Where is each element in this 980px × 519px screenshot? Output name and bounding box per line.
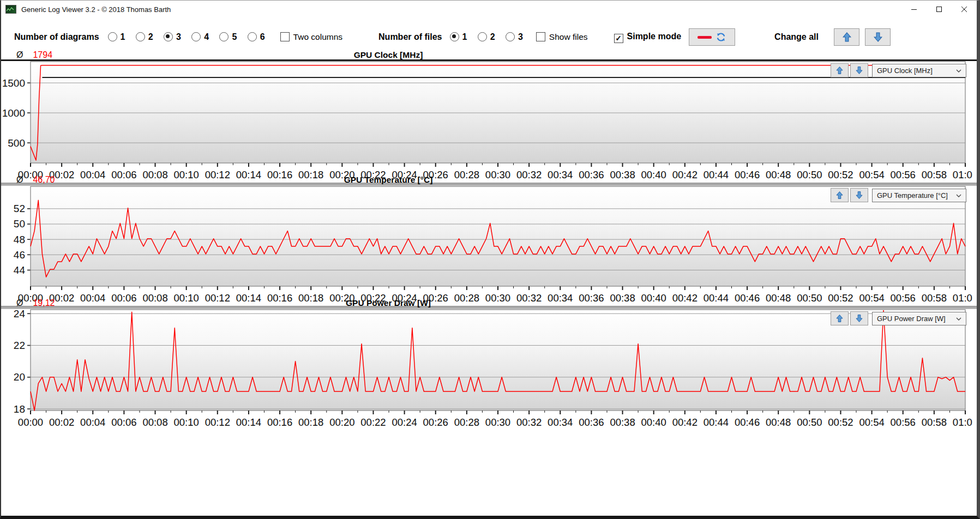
svg-text:00:42: 00:42 bbox=[672, 417, 698, 428]
svg-text:00:36: 00:36 bbox=[579, 169, 604, 180]
refresh-icon bbox=[716, 32, 726, 43]
svg-text:00:02: 00:02 bbox=[49, 417, 74, 428]
app-icon bbox=[5, 5, 16, 14]
checkbox-box[interactable] bbox=[536, 32, 545, 41]
line-style-refresh-button[interactable] bbox=[689, 28, 735, 46]
average-symbol: Ø bbox=[16, 298, 23, 307]
svg-text:52: 52 bbox=[14, 203, 25, 214]
svg-text:00:50: 00:50 bbox=[797, 417, 822, 428]
radio-label: 2 bbox=[490, 32, 495, 41]
radio-circle[interactable] bbox=[191, 32, 201, 41]
arrow-down-icon bbox=[856, 66, 863, 75]
average-value: 46,70 bbox=[33, 175, 55, 184]
move-down-button[interactable] bbox=[850, 311, 868, 325]
svg-text:00:10: 00:10 bbox=[174, 169, 199, 180]
svg-text:00:52: 00:52 bbox=[828, 169, 853, 180]
arrow-down-icon bbox=[856, 314, 863, 323]
svg-text:00:46: 00:46 bbox=[735, 417, 760, 428]
svg-text:00:44: 00:44 bbox=[704, 169, 729, 180]
radio-diagrams-4[interactable]: 4 bbox=[191, 32, 209, 41]
svg-text:00:28: 00:28 bbox=[454, 169, 479, 180]
radio-circle[interactable] bbox=[478, 32, 487, 41]
svg-text:00:50: 00:50 bbox=[797, 292, 822, 304]
svg-text:00:36: 00:36 bbox=[579, 292, 604, 304]
metric-selector[interactable]: GPU Clock [MHz] bbox=[872, 64, 966, 77]
checkbox-box[interactable] bbox=[280, 32, 290, 41]
change-all-down-button[interactable] bbox=[865, 28, 891, 46]
metric-selector-value: GPU Power Draw [W] bbox=[877, 315, 946, 323]
radio-label: 4 bbox=[204, 32, 209, 41]
radio-circle[interactable] bbox=[108, 32, 117, 41]
radio-diagrams-6[interactable]: 6 bbox=[248, 32, 265, 41]
metric-selector[interactable]: GPU Temperature [°C] bbox=[872, 189, 966, 202]
move-down-button[interactable] bbox=[850, 188, 868, 202]
simple-mode-checkbox[interactable]: ✓Simple mode bbox=[614, 32, 682, 43]
checkbox-box[interactable]: ✓ bbox=[614, 34, 623, 43]
svg-text:00:44: 00:44 bbox=[704, 292, 729, 304]
window-title: Generic Log Viewer 3.2 - © 2018 Thomas B… bbox=[21, 5, 171, 14]
svg-text:20: 20 bbox=[14, 371, 25, 383]
radio-diagrams-3[interactable]: 3 bbox=[164, 32, 181, 41]
svg-text:44: 44 bbox=[14, 264, 26, 276]
svg-text:00:04: 00:04 bbox=[80, 417, 105, 428]
radio-circle[interactable] bbox=[450, 32, 459, 41]
average-value: 1794 bbox=[33, 50, 52, 59]
radio-label: 3 bbox=[176, 32, 181, 41]
average-value: 19,12 bbox=[33, 298, 55, 307]
svg-text:00:14: 00:14 bbox=[236, 169, 261, 180]
svg-text:00:12: 00:12 bbox=[205, 292, 230, 304]
radio-circle[interactable] bbox=[248, 32, 257, 41]
maximize-button[interactable] bbox=[927, 1, 952, 18]
svg-text:00:06: 00:06 bbox=[111, 292, 136, 304]
svg-text:00:16: 00:16 bbox=[267, 292, 292, 304]
radio-diagrams-2[interactable]: 2 bbox=[136, 32, 153, 41]
svg-text:00:58: 00:58 bbox=[922, 292, 947, 304]
move-up-button[interactable] bbox=[831, 188, 849, 202]
chart-title: GPU Temperature [°C] bbox=[344, 175, 433, 185]
red-line-sample-icon bbox=[698, 36, 712, 39]
svg-text:00:18: 00:18 bbox=[298, 417, 323, 428]
show-files-label: Show files bbox=[549, 32, 588, 41]
svg-text:00:16: 00:16 bbox=[267, 169, 292, 180]
radio-files-3[interactable]: 3 bbox=[506, 32, 523, 41]
svg-text:00:52: 00:52 bbox=[828, 417, 853, 428]
metric-selector[interactable]: GPU Power Draw [W] bbox=[872, 312, 966, 325]
minimize-button[interactable] bbox=[901, 1, 927, 18]
svg-text:00:24: 00:24 bbox=[392, 417, 417, 428]
panel-gpu-clock: Ø1794 GPU Clock [MHz] GPU Clock [MHz] 50… bbox=[1, 61, 977, 183]
svg-text:00:04: 00:04 bbox=[80, 169, 105, 180]
svg-text:00:48: 00:48 bbox=[766, 417, 791, 428]
radio-circle[interactable] bbox=[219, 32, 229, 41]
average-readout: Ø19,12 bbox=[16, 298, 55, 308]
svg-text:00:28: 00:28 bbox=[454, 417, 479, 428]
svg-text:00:14: 00:14 bbox=[236, 417, 261, 428]
svg-text:00:42: 00:42 bbox=[672, 292, 698, 304]
svg-text:01:00: 01:00 bbox=[953, 169, 972, 180]
change-all-up-button[interactable] bbox=[834, 28, 859, 46]
move-up-button[interactable] bbox=[831, 311, 849, 325]
radio-files-2[interactable]: 2 bbox=[478, 32, 495, 41]
show-files-checkbox[interactable]: Show files bbox=[536, 32, 588, 42]
move-down-button[interactable] bbox=[850, 63, 868, 77]
radio-circle[interactable] bbox=[164, 32, 173, 41]
radio-diagrams-5[interactable]: 5 bbox=[219, 32, 237, 41]
radio-label: 1 bbox=[462, 32, 467, 41]
arrow-up-icon bbox=[843, 32, 851, 43]
svg-text:00:40: 00:40 bbox=[641, 417, 666, 428]
svg-text:22: 22 bbox=[14, 340, 25, 351]
svg-text:00:32: 00:32 bbox=[516, 169, 542, 180]
svg-text:00:50: 00:50 bbox=[797, 169, 822, 180]
two-columns-checkbox[interactable]: Two columns bbox=[280, 32, 342, 42]
move-up-button[interactable] bbox=[831, 63, 849, 77]
close-button[interactable] bbox=[952, 1, 977, 18]
svg-text:00:08: 00:08 bbox=[142, 169, 167, 180]
svg-text:00:40: 00:40 bbox=[641, 292, 666, 304]
radio-files-1[interactable]: 1 bbox=[450, 32, 467, 41]
simple-mode-label: Simple mode bbox=[627, 32, 682, 41]
radio-circle[interactable] bbox=[136, 32, 145, 41]
radio-circle[interactable] bbox=[506, 32, 515, 41]
svg-text:1500: 1500 bbox=[2, 77, 25, 89]
svg-text:00:16: 00:16 bbox=[267, 417, 292, 428]
chart-title: GPU Clock [MHz] bbox=[354, 50, 423, 60]
radio-diagrams-1[interactable]: 1 bbox=[108, 32, 125, 41]
